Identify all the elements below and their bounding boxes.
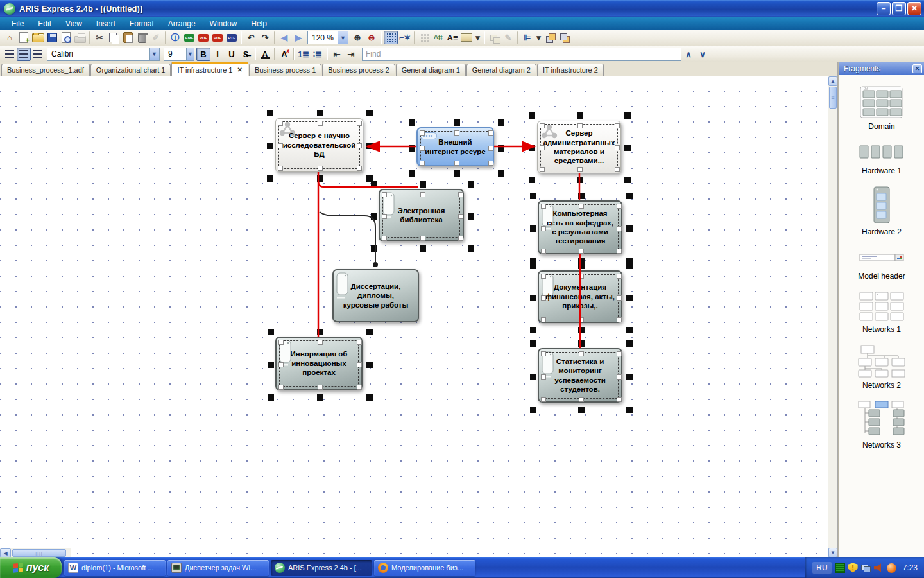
- scroll-left-icon[interactable]: ◀: [0, 548, 11, 557]
- open-model-button[interactable]: [31, 31, 45, 44]
- tab-business-process-1[interactable]: Business process 1: [249, 64, 321, 76]
- resize-handle[interactable]: [454, 170, 460, 177]
- find-next-button[interactable]: ∨: [696, 48, 710, 61]
- language-indicator[interactable]: RU: [812, 562, 831, 574]
- anchor-handle[interactable]: [615, 123, 620, 128]
- resize-handle[interactable]: [624, 144, 631, 151]
- anchor-handle[interactable]: [488, 146, 493, 151]
- italic-button[interactable]: I: [210, 48, 225, 61]
- numbered-list-button[interactable]: 1≣: [296, 48, 311, 61]
- resize-handle[interactable]: [626, 295, 633, 301]
- fill-color-caret-button[interactable]: ▾: [474, 31, 482, 44]
- resize-handle[interactable]: [268, 329, 274, 335]
- resize-handle[interactable]: [530, 193, 536, 199]
- anchor-handle[interactable]: [458, 236, 463, 241]
- anchor-handle[interactable]: [617, 374, 622, 380]
- resize-handle[interactable]: [268, 362, 274, 368]
- resize-handle[interactable]: [317, 329, 323, 335]
- resize-handle[interactable]: [366, 362, 373, 368]
- diagram-node-dissertations[interactable]: Диссертации, дипломы, курсовые работы: [332, 269, 419, 322]
- resize-handle[interactable]: [530, 407, 536, 413]
- diagram-node-server-admin[interactable]: Сервер административных материалов и сре…: [537, 121, 621, 173]
- anchor-handle[interactable]: [420, 161, 425, 166]
- resize-handle[interactable]: [371, 181, 377, 188]
- security-shield-tray-icon[interactable]: [848, 563, 858, 573]
- anchor-handle[interactable]: [357, 340, 362, 345]
- anchor-handle[interactable]: [578, 123, 583, 128]
- tab-organizational-chart-1[interactable]: Organizational chart 1: [90, 64, 171, 76]
- bold-button[interactable]: B: [196, 48, 210, 61]
- tab-business-process-1-adf[interactable]: Business_process_1.adf: [1, 64, 90, 76]
- strikethrough-button[interactable]: S̶: [239, 48, 253, 61]
- export-rtf-button[interactable]: [225, 31, 239, 44]
- anchor-handle[interactable]: [488, 161, 493, 166]
- updates-tray-icon[interactable]: [835, 563, 845, 573]
- properties-edit-button[interactable]: ✎: [501, 31, 515, 44]
- resize-handle[interactable]: [317, 110, 323, 116]
- paste-button[interactable]: [121, 31, 135, 44]
- anchor-handle[interactable]: [278, 340, 284, 345]
- anchor-handle[interactable]: [617, 295, 622, 301]
- export-emf-button[interactable]: [182, 31, 196, 44]
- tab-it-infrastructure-1[interactable]: IT infrastructure 1 ✕: [171, 62, 248, 76]
- anchor-handle[interactable]: [357, 362, 362, 367]
- anchor-handle[interactable]: [357, 385, 362, 390]
- task-taskmanager[interactable]: Диспетчер задач Wi...: [167, 560, 269, 576]
- resize-handle[interactable]: [317, 394, 323, 401]
- fragment-domain[interactable]: Domain: [839, 84, 924, 131]
- menu-item[interactable]: Help: [244, 19, 273, 29]
- align-objects-button[interactable]: ⊫: [520, 31, 535, 44]
- clear-format-button[interactable]: A: [277, 48, 291, 61]
- resize-handle[interactable]: [530, 340, 536, 347]
- resize-handle[interactable]: [498, 170, 504, 177]
- export-pdf-button[interactable]: [196, 31, 210, 44]
- tab-general-diagram-1[interactable]: General diagram 1: [396, 64, 466, 76]
- resize-handle[interactable]: [626, 193, 633, 199]
- anchor-handle[interactable]: [617, 397, 622, 402]
- bring-to-front-button[interactable]: [543, 31, 557, 44]
- close-icon[interactable]: ✕: [912, 64, 922, 73]
- anchor-handle[interactable]: [541, 274, 546, 279]
- outdent-button[interactable]: ⇤: [330, 48, 344, 61]
- forward-button[interactable]: ▶: [291, 31, 305, 44]
- anchor-handle[interactable]: [579, 249, 584, 254]
- close-button[interactable]: ✕: [907, 2, 921, 15]
- resize-handle[interactable]: [529, 144, 535, 151]
- task-aris[interactable]: ARIS Express 2.4b - [...: [271, 560, 372, 576]
- anchor-handle[interactable]: [420, 146, 425, 151]
- menu-item[interactable]: Arrange: [162, 19, 202, 29]
- anchor-handle[interactable]: [617, 274, 622, 279]
- task-browser[interactable]: Моделирование биз...: [374, 560, 475, 576]
- anchor-handle[interactable]: [617, 351, 622, 356]
- diagram-node-server-sci-db[interactable]: Сервер с научно исследовательской БД: [275, 118, 363, 172]
- resize-handle[interactable]: [468, 245, 474, 252]
- anchor-handle[interactable]: [318, 385, 323, 390]
- send-to-back-button[interactable]: [557, 31, 571, 44]
- anchor-handle[interactable]: [420, 130, 425, 136]
- resize-handle[interactable]: [409, 170, 415, 177]
- resize-handle[interactable]: [498, 119, 504, 126]
- anchor-handle[interactable]: [541, 317, 546, 322]
- anchor-handle[interactable]: [488, 130, 493, 136]
- fragment-networks-1[interactable]: Networks 1: [839, 291, 924, 334]
- anchor-handle[interactable]: [615, 145, 620, 150]
- anchor-handle[interactable]: [617, 249, 622, 254]
- chevron-down-icon[interactable]: ▼: [338, 31, 348, 44]
- anchor-handle[interactable]: [382, 214, 387, 219]
- font-family-combobox[interactable]: Calibri ▼: [47, 48, 160, 61]
- resize-handle[interactable]: [366, 394, 373, 401]
- diagram-node-student-stats[interactable]: Статистика и мониторинг успеваемости сту…: [538, 348, 622, 403]
- resize-handle[interactable]: [626, 263, 633, 269]
- menu-item[interactable]: Edit: [31, 19, 58, 29]
- connection-routing-button[interactable]: ⌐✶: [398, 31, 412, 44]
- resize-handle[interactable]: [366, 329, 373, 335]
- resize-handle[interactable]: [530, 327, 536, 333]
- diagram-node-external-internet[interactable]: Внешний интернет ресурс: [416, 127, 494, 166]
- anchor-handle[interactable]: [541, 204, 546, 209]
- anchor-handle[interactable]: [318, 340, 323, 345]
- resize-handle[interactable]: [409, 119, 415, 126]
- anchor-handle[interactable]: [382, 192, 387, 197]
- anchor-handle[interactable]: [454, 130, 459, 136]
- vertical-scroll-thumb[interactable]: [829, 87, 837, 109]
- fill-color-button[interactable]: [459, 31, 474, 44]
